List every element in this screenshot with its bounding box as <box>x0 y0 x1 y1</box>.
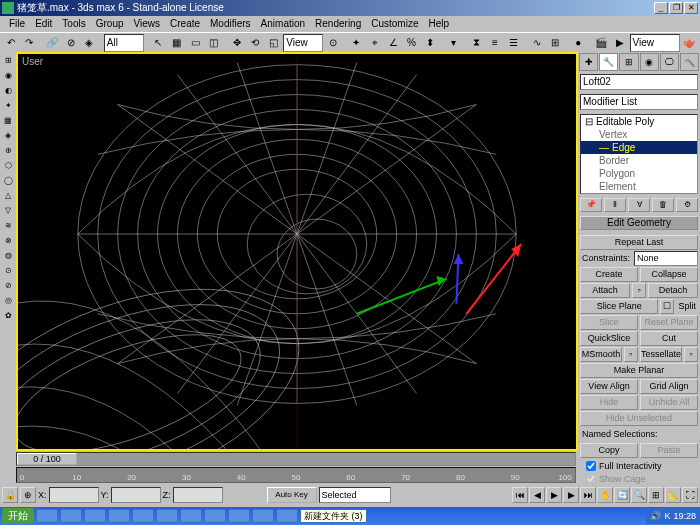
z-input[interactable] <box>173 487 223 503</box>
taskbar-item[interactable] <box>252 509 274 523</box>
y-input[interactable] <box>111 487 161 503</box>
collapse-button[interactable]: Collapse <box>640 267 698 282</box>
unlink-button[interactable]: ⊘ <box>62 34 79 52</box>
split-check[interactable]: ☐ <box>660 299 674 314</box>
fov-button[interactable]: 📐 <box>665 487 681 503</box>
modifier-list-dropdown[interactable]: Modifier List <box>580 94 698 110</box>
percent-snap-button[interactable]: % <box>403 34 420 52</box>
taskbar-item[interactable] <box>204 509 226 523</box>
left-tool[interactable]: ◍ <box>1 249 15 263</box>
left-tool[interactable]: △ <box>1 189 15 203</box>
msmooth-opt-button[interactable]: ▫ <box>624 347 638 362</box>
utilities-tab[interactable]: 🔨 <box>680 53 699 71</box>
create-tab[interactable]: ✚ <box>579 53 598 71</box>
slice-button[interactable]: Slice <box>580 315 638 330</box>
menu-edit[interactable]: Edit <box>30 16 57 32</box>
taskbar-item[interactable] <box>276 509 298 523</box>
menu-rendering[interactable]: Rendering <box>310 16 366 32</box>
x-input[interactable] <box>49 487 99 503</box>
menu-help[interactable]: Help <box>423 16 454 32</box>
taskbar-item[interactable] <box>36 509 58 523</box>
arc-rotate-button[interactable]: 🔄 <box>614 487 630 503</box>
modify-tab[interactable]: 🔧 <box>599 53 618 71</box>
left-tool[interactable]: ⊙ <box>1 264 15 278</box>
menu-animation[interactable]: Animation <box>256 16 310 32</box>
attach-list-button[interactable]: ▫ <box>632 283 646 298</box>
time-slider[interactable]: 0 / 100 <box>16 452 576 466</box>
angle-snap-button[interactable]: ∠ <box>384 34 401 52</box>
msmooth-button[interactable]: MSmooth <box>580 347 622 362</box>
play-button[interactable]: ▶ <box>546 487 562 503</box>
make-unique-button[interactable]: ∀ <box>628 198 650 212</box>
left-tool[interactable]: ◐ <box>1 84 15 98</box>
move-button[interactable]: ✥ <box>228 34 245 52</box>
left-tool[interactable]: ✦ <box>1 99 15 113</box>
render-scene-button[interactable]: 🎬 <box>593 34 610 52</box>
taskbar-item[interactable] <box>84 509 106 523</box>
grid-align-button[interactable]: Grid Align <box>640 379 698 394</box>
stack-element[interactable]: Element <box>581 180 697 193</box>
config-button[interactable]: ⚙ <box>676 198 698 212</box>
lock-button[interactable]: 🔒 <box>2 487 18 503</box>
left-tool[interactable]: ⊗ <box>1 234 15 248</box>
selection-filter[interactable]: All <box>104 34 144 52</box>
view-align-button[interactable]: View Align <box>580 379 638 394</box>
taskbar-item[interactable] <box>60 509 82 523</box>
taskbar-item[interactable] <box>180 509 202 523</box>
prev-frame-button[interactable]: ◀ <box>529 487 545 503</box>
tray-icon[interactable]: 🔊 <box>650 511 661 521</box>
pivot-button[interactable]: ⊙ <box>324 34 341 52</box>
modifier-stack[interactable]: ⊟ Editable Poly Vertex — Edge Border Pol… <box>580 114 698 194</box>
spinner-snap-button[interactable]: ⬍ <box>421 34 438 52</box>
layers-button[interactable]: ☰ <box>505 34 522 52</box>
stack-vertex[interactable]: Vertex <box>581 128 697 141</box>
create-button[interactable]: Create <box>580 267 638 282</box>
taskbar-item[interactable] <box>156 509 178 523</box>
object-name-input[interactable]: Loft02 <box>580 74 698 90</box>
motion-tab[interactable]: ◉ <box>640 53 659 71</box>
left-tool[interactable]: ⊕ <box>1 144 15 158</box>
menu-file[interactable]: File <box>4 16 30 32</box>
bind-button[interactable]: ◈ <box>80 34 97 52</box>
taskbar-item[interactable] <box>228 509 250 523</box>
viewport[interactable]: User <box>16 52 578 451</box>
manipulate-button[interactable]: ✦ <box>348 34 365 52</box>
left-tool[interactable]: ▽ <box>1 204 15 218</box>
stack-edge[interactable]: — Edge <box>581 141 697 154</box>
max-viewport-button[interactable]: ⛶ <box>682 487 698 503</box>
minimize-button[interactable]: _ <box>654 2 668 14</box>
left-tool[interactable]: ⊘ <box>1 279 15 293</box>
hierarchy-tab[interactable]: ⊞ <box>619 53 638 71</box>
select-button[interactable]: ↖ <box>150 34 167 52</box>
remove-mod-button[interactable]: 🗑 <box>652 198 674 212</box>
redo-button[interactable]: ↷ <box>20 34 37 52</box>
next-frame-button[interactable]: ▶ <box>563 487 579 503</box>
system-tray[interactable]: 🔊 K 19:28 <box>646 508 700 524</box>
align-button[interactable]: ≡ <box>486 34 503 52</box>
left-tool[interactable]: ≋ <box>1 219 15 233</box>
hide-selected-button[interactable]: Hide Selected <box>580 395 638 410</box>
quickslice-button[interactable]: QuickSlice <box>580 331 638 346</box>
render-button[interactable]: 🫖 <box>681 34 698 52</box>
stack-root[interactable]: ⊟ Editable Poly <box>581 115 697 128</box>
reset-plane-button[interactable]: Reset Plane <box>640 315 698 330</box>
left-tool[interactable]: ◈ <box>1 129 15 143</box>
schematic-button[interactable]: ⊞ <box>546 34 563 52</box>
show-result-button[interactable]: Ⅱ <box>604 198 626 212</box>
start-button[interactable]: 开始 <box>2 508 34 524</box>
material-button[interactable]: ● <box>569 34 586 52</box>
named-sel-button[interactable]: ▾ <box>444 34 461 52</box>
menu-views[interactable]: Views <box>129 16 166 32</box>
edit-geometry-rollout[interactable]: Edit Geometry <box>580 216 698 230</box>
snap-button[interactable]: ⌖ <box>366 34 383 52</box>
left-tool[interactable]: ✿ <box>1 309 15 323</box>
display-tab[interactable]: 🖵 <box>660 53 679 71</box>
rotate-button[interactable]: ⟲ <box>247 34 264 52</box>
menu-customize[interactable]: Customize <box>366 16 423 32</box>
stack-polygon[interactable]: Polygon <box>581 167 697 180</box>
scale-button[interactable]: ◱ <box>265 34 282 52</box>
left-tool[interactable]: ◎ <box>1 294 15 308</box>
hide-unselected-button[interactable]: Hide Unselected <box>580 411 698 426</box>
menu-group[interactable]: Group <box>91 16 129 32</box>
detach-button[interactable]: Detach <box>648 283 698 298</box>
